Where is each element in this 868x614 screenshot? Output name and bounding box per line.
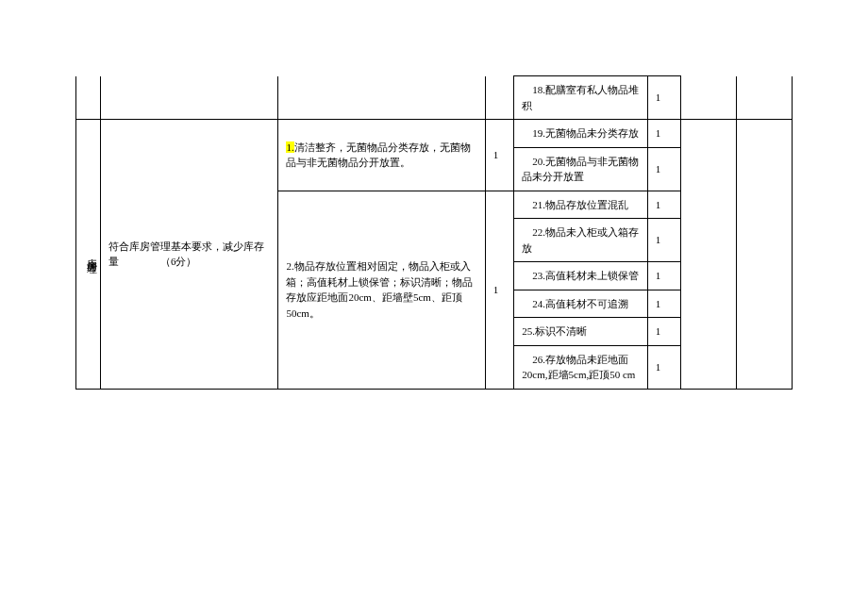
empty-cell <box>681 76 737 120</box>
issue-cell: 23.高值耗材未上锁保管 <box>514 262 647 290</box>
empty-cell <box>100 76 278 120</box>
issue-score: 1 <box>647 219 680 262</box>
detail-cell: 1.清洁整齐，无菌物品分类存放，无菌物品与非无菌物品分开放置。 <box>278 120 485 191</box>
table-row: 库房管理 符合库房管理基本要求，减少库存量 （6分） 1.清洁整齐，无菌物品分类… <box>76 120 793 148</box>
highlight: 1. <box>286 141 293 153</box>
issue-cell: 21.物品存放位置混乱 <box>514 191 647 219</box>
issue-cell: 22.物品未入柜或入箱存放 <box>514 219 647 262</box>
issue-score: 1 <box>647 120 680 148</box>
empty-cell <box>737 120 793 390</box>
empty-cell <box>278 76 485 120</box>
issue-cell: 18.配膳室有私人物品堆积 <box>514 76 647 120</box>
issue-score: 1 <box>647 290 680 318</box>
issue-cell: 24.高值耗材不可追溯 <box>514 290 647 318</box>
issue-cell: 19.无菌物品未分类存放 <box>514 120 647 148</box>
issue-score: 1 <box>647 147 680 191</box>
issue-cell: 26.存放物品未距地面20cm,距墙5cm,距顶50 cm <box>514 345 647 389</box>
table-row: 18.配膳室有私人物品堆积 1 <box>76 76 793 120</box>
detail-score: 1 <box>485 120 514 191</box>
detail-score: 1 <box>485 191 514 389</box>
detail-cell: 2.物品存放位置相对固定，物品入柜或入箱；高值耗材上锁保管；标识清晰；物品存放应… <box>278 191 485 389</box>
evaluation-table: 18.配膳室有私人物品堆积 1 库房管理 符合库房管理基本要求，减少库存量 （6… <box>75 75 793 390</box>
issue-cell: 25.标识不清晰 <box>514 318 647 346</box>
issue-score: 1 <box>647 76 680 120</box>
detail-text: 清洁整齐，无菌物品分类存放，无菌物品与非无菌物品分开放置。 <box>286 141 470 169</box>
issue-score: 1 <box>647 191 680 219</box>
issue-score: 1 <box>647 262 680 290</box>
issue-cell: 20.无菌物品与非无菌物品未分开放置 <box>514 147 647 191</box>
requirement-cell: 符合库房管理基本要求，减少库存量 （6分） <box>100 120 278 390</box>
empty-cell <box>737 76 793 120</box>
issue-score: 1 <box>647 345 680 389</box>
category-cell: 库房管理 <box>76 120 101 390</box>
empty-cell <box>681 120 737 390</box>
issue-score: 1 <box>647 318 680 346</box>
empty-cell <box>485 76 514 120</box>
empty-cell <box>76 76 101 120</box>
